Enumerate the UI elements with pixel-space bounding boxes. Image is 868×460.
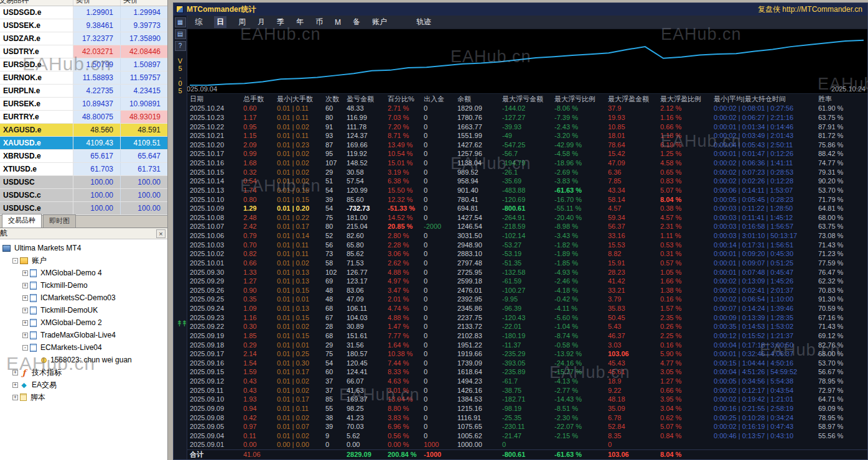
stats-cell: 0.01 | 0.01 — [277, 341, 325, 349]
expander-plus-icon[interactable]: + — [22, 320, 28, 326]
expander-plus-icon[interactable]: + — [22, 283, 28, 288]
menu-item-quarterly[interactable]: 季 — [277, 17, 284, 27]
symbol-name: USDUSC.c — [0, 189, 73, 201]
market-watch-row[interactable]: EURPLN.e4.227354.23415 — [0, 85, 167, 98]
calendar-grid-icon[interactable]: ▦ — [175, 17, 186, 27]
tree-item[interactable]: +ƒ技术指标 — [0, 366, 167, 379]
stats-cell: 2025.10.22 — [190, 123, 243, 131]
stats-cell: 0 — [424, 259, 457, 267]
menu-item-monthly[interactable]: 月 — [258, 17, 265, 27]
menu-item-trajectory[interactable]: 轨迹 — [416, 17, 431, 27]
market-watch-row[interactable]: USDZAR.e17.3237717.35890 — [0, 32, 167, 45]
market-watch-row[interactable]: USDTRY.e42.0327142.08446 — [0, 45, 167, 58]
expander-plus-icon[interactable]: + — [22, 333, 28, 338]
stats-cell: 124.37 — [347, 132, 388, 139]
stats-cell: 60 — [325, 104, 347, 112]
market-watch-row[interactable]: EURSEK.e10.8943710.90891 — [0, 98, 167, 111]
stats-cell: 200.84 % — [388, 451, 424, 458]
expander-minus-icon[interactable]: - — [22, 345, 28, 351]
menu-item-m[interactable]: M — [335, 18, 341, 27]
stats-cell: 56.67 % — [818, 368, 856, 375]
stats-cell: 7.44 % — [388, 359, 424, 367]
stats-cell: 1.25 % — [660, 150, 714, 157]
menu-item-yearly[interactable]: 年 — [296, 17, 304, 27]
tree-item[interactable]: +Tickmill-DemoUK — [0, 304, 167, 316]
stats-cell: 19.93 — [608, 114, 660, 121]
stats-cell: 2025.09.23 — [190, 314, 243, 321]
stats-table-row: 2025.10.020.820.01 | 0.117385.623.06 %02… — [187, 249, 867, 259]
expander-plus-icon[interactable]: + — [12, 395, 18, 400]
tree-item[interactable]: 1568023: chun wei guan — [0, 354, 167, 366]
expander-plus-icon[interactable]: + — [12, 382, 18, 388]
tree-item[interactable]: +Tickmill-Demo — [0, 279, 167, 292]
stats-cell: 0:00:01 | 0:32:46 | 4:06:37 — [714, 350, 818, 357]
market-watch-row[interactable]: USDUSC.e100.00100.00 — [0, 202, 167, 215]
tree-item[interactable]: +ICMarketsSC-Demo03 — [0, 292, 167, 304]
stats-cell: 4.77 % — [660, 359, 714, 367]
stats-cell: 41.63 — [347, 387, 388, 394]
help-icon[interactable]: ? — [175, 41, 186, 51]
menu-item-account[interactable]: 账户 — [372, 17, 387, 27]
stats-cell: 15.01 % — [388, 159, 424, 167]
tab-symbols[interactable]: 交易品种 — [2, 214, 42, 228]
stats-cell: 3.03 — [608, 341, 660, 349]
menu-item-note[interactable]: 备 — [353, 17, 360, 27]
stats-cell: 0 — [424, 241, 457, 249]
market-watch-row[interactable]: USDSGD.e1.299011.29994 — [0, 6, 167, 19]
tree-item[interactable]: +脚本 — [0, 391, 167, 403]
stats-cell: 0 — [424, 423, 457, 430]
stats-cell: 901.40 — [457, 186, 502, 194]
market-watch-row[interactable]: XTIUSD.e61.70361.731 — [0, 163, 167, 176]
stats-cell: -1.89 % — [554, 250, 608, 257]
expander-plus-icon[interactable]: + — [12, 370, 18, 375]
stats-cell: 0.84 % — [660, 432, 714, 439]
stats-cell: 1.18 % — [660, 132, 714, 139]
stats-table-row: 2025.10.150.320.01 | 0.022930.583.19 %09… — [187, 167, 867, 177]
stats-cell: 1494.23 — [457, 377, 502, 385]
symbol-name: USDTRY.e — [0, 45, 73, 58]
menu-item-daily[interactable]: 日 — [214, 16, 226, 28]
stats-table-row: 2025.10.170.990.01 | 0.0295119.9210.54 %… — [187, 149, 867, 159]
tab-tick-chart[interactable]: 即时图 — [43, 214, 76, 228]
market-watch-row[interactable]: EURSGD.e1.507991.50897 — [0, 58, 167, 71]
tree-item[interactable]: -ECMarkets-Live04 — [0, 341, 167, 354]
panel-splitter[interactable] — [168, 0, 173, 460]
stats-cell: 13.94 % — [388, 395, 424, 403]
menu-item-summary[interactable]: 综 — [195, 17, 202, 27]
market-watch-row[interactable]: XAGUSD.e48.56048.591 — [0, 124, 167, 137]
tree-item[interactable]: +TradeMaxGlobal-Live4 — [0, 329, 167, 341]
market-watch-row[interactable]: USDUSC.c100.00100.00 — [0, 189, 167, 202]
market-watch-row[interactable]: USDUSC100.00100.00 — [0, 176, 167, 189]
market-watch-row[interactable]: XBRUSD.e65.61765.647 — [0, 150, 167, 163]
market-watch-row[interactable]: XAUUSD.e4109.434109.51 — [0, 137, 167, 150]
close-icon[interactable]: × — [156, 229, 166, 238]
brand-link[interactable]: 复盘侠 http://MTCommander.cn — [758, 4, 862, 15]
menu-item-weekly[interactable]: 周 — [238, 17, 246, 27]
menu-item-currency[interactable]: 币 — [315, 17, 323, 27]
stats-cell: 0 — [424, 332, 457, 339]
symbol-name: USDUSC.e — [0, 202, 73, 214]
expander-plus-icon[interactable]: + — [22, 308, 28, 313]
tree-item[interactable]: +XMGlobal-Demo 4 — [0, 267, 167, 279]
expander-plus-icon[interactable]: + — [22, 270, 28, 276]
stats-cell: 1000 — [424, 441, 457, 448]
tree-item[interactable]: +XMGlobal-Demo 2 — [0, 316, 167, 329]
tree-item[interactable]: Ultima Markets MT4 — [0, 242, 167, 254]
stats-cell: -102.14 — [502, 232, 554, 239]
stats-cell: 98.25 — [347, 405, 388, 412]
stats-cell: 0.01 | 0.11 — [277, 132, 325, 139]
market-watch-row[interactable]: EURTRY.e48.8007548.93019 — [0, 111, 167, 124]
tree-item[interactable]: -账户 — [0, 254, 167, 267]
market-watch-row[interactable]: EURNOK.e11.5889311.59757 — [0, 71, 167, 85]
report-table-icon[interactable]: ▤ — [175, 29, 186, 39]
expander-minus-icon[interactable]: - — [12, 258, 18, 264]
tree-item[interactable]: +◆EA交易 — [0, 379, 167, 391]
market-watch-row[interactable]: USDSEK.e9.384619.39773 — [0, 19, 167, 32]
expander-plus-icon[interactable]: + — [22, 295, 28, 301]
stats-cell: 0:00:01 | 0:09:20 | 0:45:30 — [714, 250, 818, 257]
stats-cell: 126.77 — [347, 269, 388, 276]
stats-cell: 120.99 — [347, 186, 388, 194]
stats-table-row: 2025.10.140.540.01 | 0.025157.546.38 %09… — [187, 177, 867, 186]
stats-table-row: 2025.10.091.290.01 | 0.2054-732.73-51.33… — [187, 204, 867, 213]
stats-cell: 0.57 % — [660, 259, 714, 267]
